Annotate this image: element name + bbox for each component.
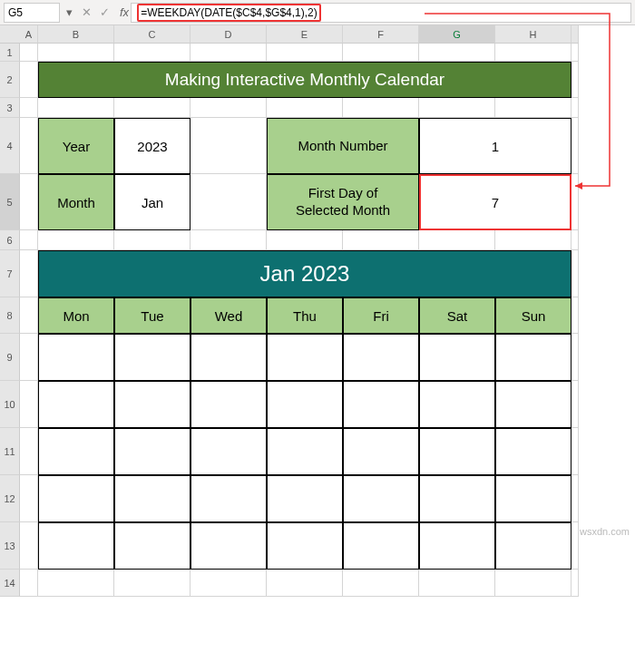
calendar-cell[interactable]: [495, 334, 572, 381]
calendar-cell[interactable]: [114, 428, 190, 475]
calendar-cell[interactable]: [419, 381, 495, 428]
calendar-cell[interactable]: [419, 475, 495, 522]
col-header[interactable]: B: [38, 25, 114, 44]
row-header[interactable]: 2: [0, 62, 20, 98]
day-header: Sun: [495, 297, 572, 334]
month-value[interactable]: Jan: [114, 174, 190, 230]
calendar-cell[interactable]: [267, 334, 343, 381]
month-number-label: Month Number: [267, 118, 419, 174]
row-header[interactable]: 3: [0, 98, 20, 118]
col-header[interactable]: [572, 25, 579, 44]
col-header[interactable]: D: [190, 25, 267, 44]
row-header[interactable]: 14: [0, 570, 20, 597]
year-value[interactable]: 2023: [114, 118, 190, 174]
day-header: Fri: [343, 297, 419, 334]
row-header[interactable]: 10: [0, 381, 20, 428]
month-label: Month: [38, 174, 114, 230]
calendar-cell[interactable]: [343, 475, 419, 522]
calendar-cell[interactable]: [419, 334, 495, 381]
row-header[interactable]: 1: [0, 44, 20, 62]
row-header[interactable]: 13: [0, 522, 20, 570]
calendar: Jan 2023 Mon Tue Wed Thu Fri Sat Sun: [38, 250, 572, 570]
calendar-cell[interactable]: [114, 522, 190, 570]
name-box[interactable]: G5: [4, 3, 60, 23]
month-number-value[interactable]: 1: [419, 118, 572, 174]
watermark: wsxdn.com: [580, 526, 630, 537]
col-header[interactable]: E: [267, 25, 343, 44]
col-header[interactable]: A: [20, 25, 38, 44]
calendar-cell[interactable]: [343, 381, 419, 428]
first-day-label: First Day of Selected Month: [267, 174, 419, 230]
calendar-cell[interactable]: [495, 522, 572, 570]
month-info-box: Month Number 1 First Day of Selected Mon…: [267, 118, 572, 230]
calendar-title: Jan 2023: [38, 250, 572, 297]
day-header: Thu: [267, 297, 343, 334]
calendar-cell[interactable]: [267, 381, 343, 428]
calendar-cell[interactable]: [190, 381, 267, 428]
calendar-cell[interactable]: [190, 428, 267, 475]
row-header[interactable]: 12: [0, 475, 20, 522]
calendar-cell[interactable]: [495, 428, 572, 475]
name-box-value: G5: [8, 6, 23, 19]
calendar-cell[interactable]: [38, 475, 114, 522]
calendar-cell[interactable]: [267, 522, 343, 570]
fx-icon[interactable]: fx: [120, 5, 129, 19]
calendar-cell[interactable]: [343, 522, 419, 570]
first-day-label-l2: Selected Month: [296, 202, 390, 219]
col-header[interactable]: F: [343, 25, 419, 44]
day-header: Wed: [190, 297, 267, 334]
calendar-cell[interactable]: [495, 475, 572, 522]
calendar-cell[interactable]: [38, 428, 114, 475]
calendar-cell[interactable]: [267, 475, 343, 522]
calendar-cell[interactable]: [114, 381, 190, 428]
col-header[interactable]: G: [419, 25, 495, 44]
calendar-cell[interactable]: [190, 522, 267, 570]
calendar-cell[interactable]: [343, 334, 419, 381]
formula-bar[interactable]: =WEEKDAY(DATE($C$4,$G$4,1),2): [131, 3, 631, 23]
year-label: Year: [38, 118, 114, 174]
col-header[interactable]: C: [114, 25, 190, 44]
row-header[interactable]: 11: [0, 428, 20, 475]
formula-text: =WEEKDAY(DATE($C$4,$G$4,1),2): [137, 4, 321, 22]
page-title: Making Interactive Monthly Calendar: [38, 62, 572, 98]
calendar-cell[interactable]: [114, 334, 190, 381]
select-all[interactable]: [0, 25, 20, 44]
first-day-label-l1: First Day of: [308, 185, 378, 202]
day-header: Mon: [38, 297, 114, 334]
enter-icon[interactable]: ✓: [98, 5, 111, 19]
year-month-box: Year 2023 Month Jan: [38, 118, 190, 230]
row-header[interactable]: 7: [0, 250, 20, 297]
row-header[interactable]: 5: [0, 174, 20, 230]
row-header[interactable]: 8: [0, 297, 20, 334]
col-header[interactable]: H: [495, 25, 572, 44]
calendar-cell[interactable]: [419, 522, 495, 570]
calendar-cell[interactable]: [267, 428, 343, 475]
calendar-cell[interactable]: [38, 522, 114, 570]
calendar-cell[interactable]: [38, 334, 114, 381]
day-header: Sat: [419, 297, 495, 334]
calendar-cell[interactable]: [419, 428, 495, 475]
row-header[interactable]: 4: [0, 118, 20, 174]
calendar-cell[interactable]: [190, 475, 267, 522]
calendar-cell[interactable]: [495, 381, 572, 428]
calendar-cell[interactable]: [343, 428, 419, 475]
row-header[interactable]: 9: [0, 334, 20, 381]
name-box-dropdown[interactable]: ▾: [64, 5, 74, 19]
cancel-icon[interactable]: ✕: [80, 5, 93, 19]
first-day-value[interactable]: 7: [419, 174, 572, 230]
calendar-cell[interactable]: [190, 334, 267, 381]
day-header: Tue: [114, 297, 190, 334]
calendar-cell[interactable]: [114, 475, 190, 522]
calendar-cell[interactable]: [38, 381, 114, 428]
row-header[interactable]: 6: [0, 230, 20, 250]
